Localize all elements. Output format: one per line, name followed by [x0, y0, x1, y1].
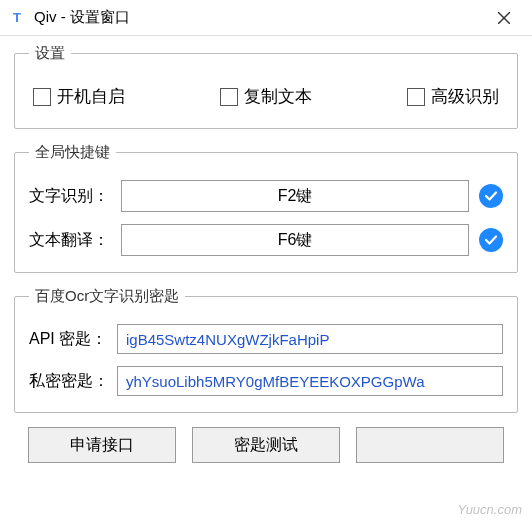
titlebar: T Qiv - 设置窗口 [0, 0, 532, 36]
copytext-checkbox[interactable]: 复制文本 [220, 85, 312, 108]
check-icon [479, 184, 503, 208]
settings-legend: 设置 [29, 44, 71, 63]
content-area: 设置 开机自启 复制文本 高级识别 全局快捷键 文字识别： [0, 36, 532, 471]
secret-key-label: 私密密匙： [29, 371, 117, 392]
watermark-text: Yuucn.com [457, 502, 522, 517]
checkbox-row: 开机自启 复制文本 高级识别 [29, 81, 503, 112]
third-button[interactable] [356, 427, 504, 463]
autostart-checkbox[interactable]: 开机自启 [33, 85, 125, 108]
advrecog-checkbox[interactable]: 高级识别 [407, 85, 499, 108]
hotkeys-group: 全局快捷键 文字识别： 文本翻译： [14, 143, 518, 273]
hotkeys-legend: 全局快捷键 [29, 143, 116, 162]
autostart-label: 开机自启 [57, 85, 125, 108]
button-row: 申请接口 密匙测试 [14, 427, 518, 463]
close-button[interactable] [484, 0, 524, 36]
translate-hotkey-input[interactable] [121, 224, 469, 256]
ocr-hotkey-input[interactable] [121, 180, 469, 212]
ocr-hotkey-row: 文字识别： [29, 180, 503, 212]
check-icon [479, 228, 503, 252]
checkbox-icon [33, 88, 51, 106]
api-key-input[interactable] [117, 324, 503, 354]
checkbox-icon [407, 88, 425, 106]
copytext-label: 复制文本 [244, 85, 312, 108]
secret-key-input[interactable] [117, 366, 503, 396]
ocr-hotkey-label: 文字识别： [29, 186, 121, 207]
baidu-legend: 百度Ocr文字识别密匙 [29, 287, 185, 306]
api-key-label: API 密匙： [29, 329, 117, 350]
test-button[interactable]: 密匙测试 [192, 427, 340, 463]
apply-button[interactable]: 申请接口 [28, 427, 176, 463]
window-title: Qiv - 设置窗口 [34, 8, 484, 27]
baidu-ocr-group: 百度Ocr文字识别密匙 API 密匙： 私密密匙： [14, 287, 518, 413]
secret-key-row: 私密密匙： [29, 366, 503, 396]
checkbox-icon [220, 88, 238, 106]
translate-hotkey-label: 文本翻译： [29, 230, 121, 251]
translate-hotkey-row: 文本翻译： [29, 224, 503, 256]
close-icon [498, 12, 510, 24]
advrecog-label: 高级识别 [431, 85, 499, 108]
api-key-row: API 密匙： [29, 324, 503, 354]
app-icon: T [8, 9, 26, 27]
settings-group: 设置 开机自启 复制文本 高级识别 [14, 44, 518, 129]
